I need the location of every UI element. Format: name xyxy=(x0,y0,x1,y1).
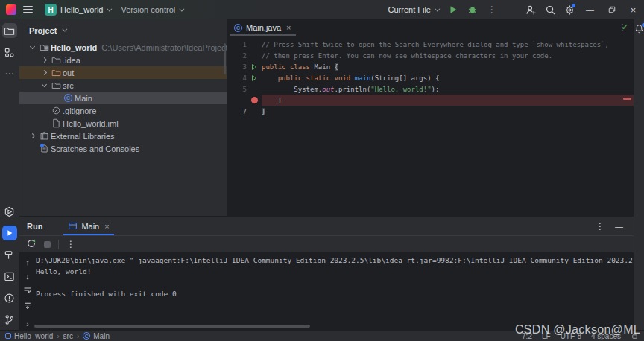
class-icon: C xyxy=(83,332,90,340)
run-button[interactable] xyxy=(443,0,463,19)
line-number: 2 xyxy=(227,52,247,60)
structure-tool-icon[interactable] xyxy=(2,45,17,60)
tree-item-main[interactable]: CMain xyxy=(19,92,227,104)
tree-item--gitignore[interactable]: .gitignore xyxy=(19,104,227,117)
console-more-options-icon[interactable]: ⋮ xyxy=(66,239,75,249)
tree-item-label: .idea xyxy=(63,56,80,65)
tree-item-external-libraries[interactable]: External Libraries xyxy=(19,130,227,142)
line-separator[interactable]: LF xyxy=(542,332,551,340)
close-tab-icon[interactable]: × xyxy=(286,23,291,32)
intellij-logo-icon xyxy=(6,4,16,15)
tree-item-src[interactable]: src xyxy=(19,79,227,92)
console-line: Process finished with exit code 0 xyxy=(36,290,634,301)
chevron-right-icon: › xyxy=(77,332,79,340)
console-output[interactable]: D:\JDK20\bin\java.exe "-javaagent:F:\Int… xyxy=(36,252,634,330)
notifications-bell-icon[interactable] xyxy=(634,24,644,35)
console-area: ↑ ↓ xyxy=(19,252,634,330)
code-line-2[interactable]: 2// then press Enter. You can now see wh… xyxy=(227,50,634,61)
read-only-toggle-icon[interactable] xyxy=(631,331,639,341)
window-restore-button[interactable] xyxy=(601,0,622,19)
tree-item-hello-world-iml[interactable]: Hello_world.iml xyxy=(19,117,227,130)
run-toolbar: ⋮ xyxy=(19,236,634,252)
build-tool-icon[interactable] xyxy=(2,247,17,262)
tree-item-label: External Libraries xyxy=(51,132,115,141)
project-widget[interactable]: H Hello_world xyxy=(40,0,116,19)
search-everywhere-button[interactable] xyxy=(540,0,560,19)
run-configuration-selector[interactable]: Current File xyxy=(383,0,443,19)
folder-excluded-icon xyxy=(50,68,63,77)
chevron-down-icon[interactable] xyxy=(38,84,50,86)
rerun-button[interactable] xyxy=(26,238,37,250)
breakpoint-stripe-mark xyxy=(623,98,631,100)
code-line-4[interactable]: 4 public static void main(String[] args)… xyxy=(227,72,634,83)
breadcrumb-project[interactable]: Hello_world xyxy=(14,332,53,340)
more-tool-windows-icon[interactable]: ⋯ xyxy=(2,66,17,81)
code-editor[interactable]: 1// Press Shift twice to open the Search… xyxy=(227,36,634,216)
chevron-right-icon[interactable] xyxy=(26,134,38,138)
vcs-widget[interactable]: Version control xyxy=(116,0,188,19)
project-tool-icon[interactable] xyxy=(2,23,17,38)
module-icon xyxy=(5,333,11,339)
up-stack-trace-icon[interactable]: ↑ xyxy=(25,258,30,267)
breadcrumb-main[interactable]: Main xyxy=(93,332,110,340)
project-panel-title: Project xyxy=(29,26,57,35)
scroll-to-end-icon[interactable] xyxy=(23,302,32,312)
chevron-down-icon[interactable] xyxy=(26,46,38,48)
chevron-right-icon[interactable] xyxy=(38,71,50,74)
run-line-icon[interactable] xyxy=(247,63,262,71)
breadcrumb-src[interactable]: src xyxy=(63,332,73,340)
down-stack-trace-icon[interactable]: ↓ xyxy=(25,272,30,281)
main-menu-icon[interactable] xyxy=(23,6,33,13)
soft-wrap-icon[interactable] xyxy=(23,286,32,296)
chevron-right-icon[interactable] xyxy=(38,58,50,62)
tree-item-scratches-and-consoles[interactable]: Scratches and Consoles xyxy=(19,142,227,155)
window-close-button[interactable]: × xyxy=(622,0,644,19)
tree-item-hello-world[interactable]: Hello_worldC:\Users\Administrator\IdeaPr… xyxy=(19,41,227,54)
code-text: public static void main(String[] args) { xyxy=(262,74,439,82)
run-tool-icon[interactable] xyxy=(2,226,17,240)
run-panel-options-icon[interactable]: ⋮ xyxy=(596,221,604,232)
run-panel-header: Run Main × ⋮ — xyxy=(19,217,634,236)
code-line-7[interactable]: 7} xyxy=(227,106,634,117)
run-tab-main[interactable]: Main × xyxy=(62,217,115,235)
debug-button[interactable] xyxy=(463,0,482,19)
ignored-icon xyxy=(50,106,63,115)
project-scrollbar[interactable] xyxy=(224,43,226,74)
code-line-6[interactable]: } xyxy=(227,95,634,106)
editor-tab-main-java[interactable]: C Main.java × xyxy=(227,19,298,36)
project-name: Hello_world xyxy=(60,5,103,14)
stop-button[interactable] xyxy=(44,241,51,248)
window-minimize-button[interactable]: — xyxy=(579,0,601,19)
code-line-3[interactable]: 3public class Main { xyxy=(227,61,634,72)
file-encoding[interactable]: UTF-8 xyxy=(561,332,581,340)
hide-panel-icon[interactable]: — xyxy=(615,222,623,231)
code-text: System.out.println("Hello, world!"); xyxy=(262,86,439,93)
console-horizontal-scrollbar[interactable] xyxy=(34,325,310,328)
intellij-window: H Hello_world Version control Current Fi… xyxy=(0,0,644,341)
version-control-tool-icon[interactable] xyxy=(2,312,17,327)
tree-item-label: Hello_world.iml xyxy=(63,119,119,128)
services-tool-icon[interactable] xyxy=(2,204,17,219)
code-line-1[interactable]: 1// Press Shift twice to open the Search… xyxy=(227,39,634,50)
code-line-5[interactable]: 5 System.out.println("Hello, world!"); xyxy=(227,83,634,95)
problems-tool-icon[interactable] xyxy=(2,290,17,305)
tree-item-label: Scratches and Consoles xyxy=(51,144,139,153)
close-tab-icon[interactable]: × xyxy=(104,222,109,231)
breakpoint-icon[interactable] xyxy=(247,97,262,103)
tree-item-path-hint: C:\Users\Administrator\IdeaProjects\Hell… xyxy=(101,43,227,52)
code-text: } xyxy=(262,108,265,115)
run-panel-title: Run xyxy=(19,222,42,231)
tree-item-out[interactable]: out xyxy=(19,66,227,79)
tree-item--idea[interactable]: .idea xyxy=(19,54,227,66)
run-line-icon[interactable] xyxy=(247,74,262,82)
expand-rail-icon[interactable]: › xyxy=(26,320,28,328)
terminal-tool-icon[interactable] xyxy=(2,269,17,284)
cursor-position[interactable]: 7:2 xyxy=(522,332,532,340)
indent-setting[interactable]: 4 spaces xyxy=(591,332,621,340)
settings-button[interactable] xyxy=(560,0,579,19)
more-actions-button[interactable]: ⋮ xyxy=(482,0,502,19)
project-panel-header[interactable]: Project xyxy=(19,19,227,41)
chevron-down-icon xyxy=(107,6,113,11)
inspections-ok-icon[interactable]: ✓ xyxy=(622,22,628,32)
code-with-me-button[interactable] xyxy=(521,0,540,19)
